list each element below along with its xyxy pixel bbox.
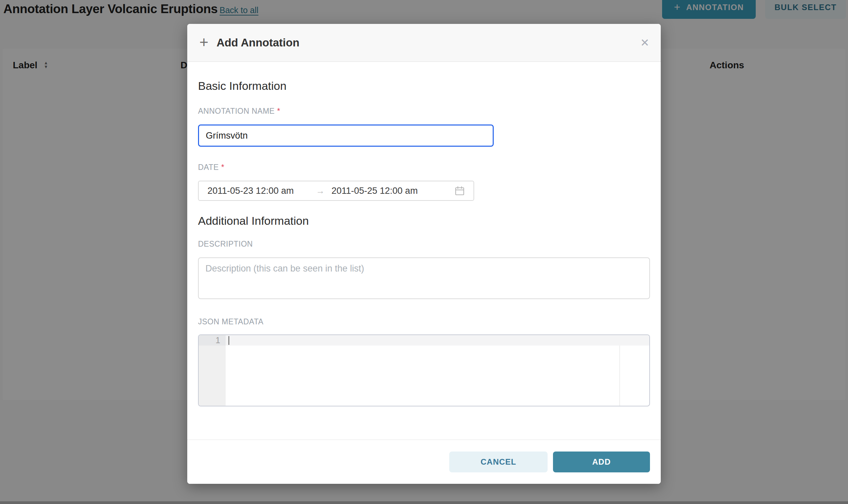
annotation-name-label: ANNOTATION NAME* [198, 107, 650, 116]
json-metadata-editor[interactable]: 1 [198, 335, 650, 407]
editor-print-margin [619, 345, 620, 406]
required-marker: * [277, 107, 280, 115]
cancel-button[interactable]: CANCEL [449, 451, 548, 472]
plus-icon: + [200, 34, 208, 50]
modal-header: + Add Annotation ✕ [187, 24, 661, 62]
editor-active-line [226, 335, 649, 345]
basic-information-heading: Basic Information [198, 79, 650, 92]
additional-information-heading: Additional Information [198, 214, 650, 228]
date-range-picker[interactable]: 2011-05-23 12:00 am → 2011-05-25 12:00 a… [198, 181, 474, 201]
json-metadata-label: JSON METADATA [198, 317, 650, 326]
annotation-name-input[interactable] [198, 125, 494, 147]
annotation-name-label-text: ANNOTATION NAME [198, 107, 275, 115]
editor-line-number: 1 [199, 335, 226, 345]
editor-gutter [199, 335, 226, 406]
screen: Annotation Layer Volcanic Eruptions Back… [0, 0, 848, 504]
text-cursor-caret [228, 336, 229, 345]
modal-footer: CANCEL ADD [187, 439, 661, 484]
add-button[interactable]: ADD [553, 451, 650, 472]
close-icon[interactable]: ✕ [640, 37, 649, 48]
description-label: DESCRIPTION [198, 239, 650, 249]
date-label: DATE* [198, 163, 650, 172]
modal-body: Basic Information ANNOTATION NAME* DATE*… [187, 79, 661, 407]
add-annotation-modal: + Add Annotation ✕ Basic Information ANN… [187, 24, 661, 484]
date-range-end[interactable]: 2011-05-25 12:00 am [331, 186, 418, 196]
description-textarea[interactable] [198, 257, 650, 299]
modal-title: Add Annotation [217, 36, 299, 49]
calendar-icon [455, 186, 465, 196]
arrow-right-icon: → [316, 186, 325, 196]
required-marker: * [221, 163, 224, 172]
date-range-start[interactable]: 2011-05-23 12:00 am [207, 186, 294, 196]
date-label-text: DATE [198, 163, 219, 172]
